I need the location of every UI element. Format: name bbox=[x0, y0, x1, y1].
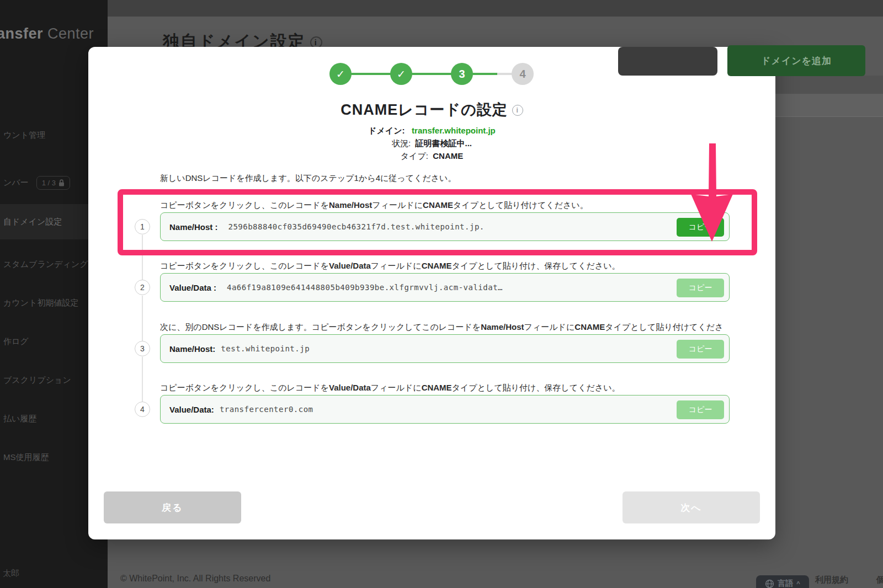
step-2-record-field: Value/Data :_4a66f19a8109e641448805b409b… bbox=[160, 273, 730, 302]
step-number-1: 1 bbox=[135, 219, 150, 234]
status-value: 証明書検証中... bbox=[416, 138, 472, 148]
step-number-2: 2 bbox=[135, 280, 150, 295]
stepper-segment-2 bbox=[411, 73, 452, 75]
sidebar-item-label: ンバー bbox=[3, 178, 29, 188]
globe-icon bbox=[765, 579, 774, 588]
step-3-instruction: 次に、別のDNSレコードを作成します。コピーボタンをクリックしてこのレコードをN… bbox=[160, 322, 724, 333]
record-field-value: test.whitepoint.jp bbox=[221, 344, 310, 353]
check-icon: ✓ bbox=[397, 68, 406, 80]
step-number-4: 4 bbox=[135, 402, 150, 417]
back-button[interactable]: 戻る bbox=[104, 491, 241, 523]
step-4-record-field: Value/Data:transfercenter0.comコピー bbox=[160, 395, 730, 424]
step-4-instruction: コピーボタンをクリックし、このレコードをValue/DataフィールドにCNAM… bbox=[160, 383, 620, 393]
language-button[interactable]: 言語 ^ bbox=[756, 575, 809, 588]
step-connector-line bbox=[142, 357, 143, 402]
terms-link[interactable]: 利用規約 bbox=[815, 575, 848, 585]
cname-setup-modal: ✓✓34 CNAMEレコードの設定i ドメイン: transfer.whitep… bbox=[88, 47, 775, 539]
badge-count: 1 / 3 bbox=[42, 179, 56, 187]
stepper-segment-3 bbox=[472, 73, 513, 75]
copy-button-4[interactable]: コピー bbox=[677, 400, 724, 419]
step-connector-line bbox=[142, 235, 143, 280]
step-1-instruction: コピーボタンをクリックし、このレコードをName/HostフィールドにCNAME… bbox=[160, 200, 588, 211]
record-field-label: Value/Data : bbox=[169, 283, 216, 292]
copy-button-1[interactable]: コピー bbox=[677, 218, 724, 237]
step-connector-line bbox=[142, 296, 143, 341]
stepper-segment-1 bbox=[350, 73, 391, 75]
sidebar-item-label: 払い履歴 bbox=[3, 414, 36, 424]
sidebar-user-name: 太郎 bbox=[3, 568, 19, 579]
sidebar-item-label: ブスクリプション bbox=[3, 375, 71, 386]
copy-button-2[interactable]: コピー bbox=[677, 279, 724, 297]
sidebar-item-label: ウント管理 bbox=[3, 130, 45, 141]
domain-info-row: ドメイン: transfer.whitepoint.jp bbox=[88, 126, 775, 136]
next-button[interactable]: 次へ bbox=[623, 491, 760, 523]
partial-footer-link: 個 bbox=[876, 575, 883, 585]
domain-label: ドメイン: bbox=[368, 126, 405, 135]
stepper-step-4: 4 bbox=[512, 63, 534, 85]
modal-title: CNAMEレコードの設定i bbox=[88, 100, 775, 120]
stepper-step-1: ✓ bbox=[329, 63, 352, 85]
chevron-up-icon: ^ bbox=[796, 580, 800, 587]
type-value: CNAME bbox=[433, 151, 463, 161]
domain-value: transfer.whitepoint.jp bbox=[412, 126, 496, 135]
sidebar-item-label: 自ドメイン設定 bbox=[3, 217, 62, 227]
step-3-record-field: Name/Host:test.whitepoint.jpコピー bbox=[160, 334, 730, 363]
record-field-value: _2596b88840cf035d69490ecb46321f7d.test.w… bbox=[224, 222, 485, 231]
status-info-row: 状況: 証明書検証中... bbox=[88, 138, 775, 149]
sidebar-item-label: MS使用履歴 bbox=[3, 452, 49, 463]
add-domain-button[interactable]: ドメインを追加 bbox=[727, 45, 865, 76]
record-field-value: _4a66f19a8109e641448805b409b939be.xlfgrm… bbox=[222, 283, 503, 292]
intro-text: 新しいDNSレコードを作成します。以下のステップ1から4に従ってください。 bbox=[160, 173, 456, 184]
language-label: 言語 bbox=[778, 579, 793, 588]
sidebar-item-label: スタムブランディング bbox=[3, 259, 88, 270]
info-icon: i bbox=[512, 105, 523, 116]
copy-button-3[interactable]: コピー bbox=[677, 340, 724, 359]
status-label: 状況: bbox=[392, 138, 411, 148]
app-logo: ansferCenter bbox=[0, 25, 94, 42]
lock-icon bbox=[58, 179, 65, 186]
stepper-step-2: ✓ bbox=[390, 63, 412, 85]
page-top-band bbox=[108, 0, 883, 17]
type-info-row: タイプ: CNAME bbox=[88, 151, 775, 162]
background-table-band bbox=[775, 76, 883, 94]
background-secondary-button[interactable] bbox=[618, 47, 717, 76]
record-field-label: Name/Host : bbox=[169, 222, 218, 232]
member-count-badge: 1 / 3 bbox=[36, 176, 70, 190]
footer-copyright: © WhitePoint, Inc. All Rights Reserved bbox=[120, 574, 270, 584]
record-field-value: transfercenter0.com bbox=[220, 405, 313, 414]
check-icon: ✓ bbox=[336, 68, 345, 80]
record-field-label: Name/Host: bbox=[169, 344, 215, 354]
type-label: タイプ: bbox=[401, 151, 428, 161]
sidebar-item-label: 作ログ bbox=[3, 336, 29, 347]
stepper-step-3: 3 bbox=[451, 63, 473, 85]
sidebar-item-label: カウント初期値設定 bbox=[3, 298, 78, 308]
background-table-band-2 bbox=[775, 94, 883, 117]
step-2-instruction: コピーボタンをクリックし、このレコードをValue/DataフィールドにCNAM… bbox=[160, 261, 620, 271]
record-field-label: Value/Data: bbox=[169, 405, 214, 414]
step-1-record-field: Name/Host :_2596b88840cf035d69490ecb4632… bbox=[160, 212, 730, 241]
step-number-3: 3 bbox=[135, 341, 150, 356]
